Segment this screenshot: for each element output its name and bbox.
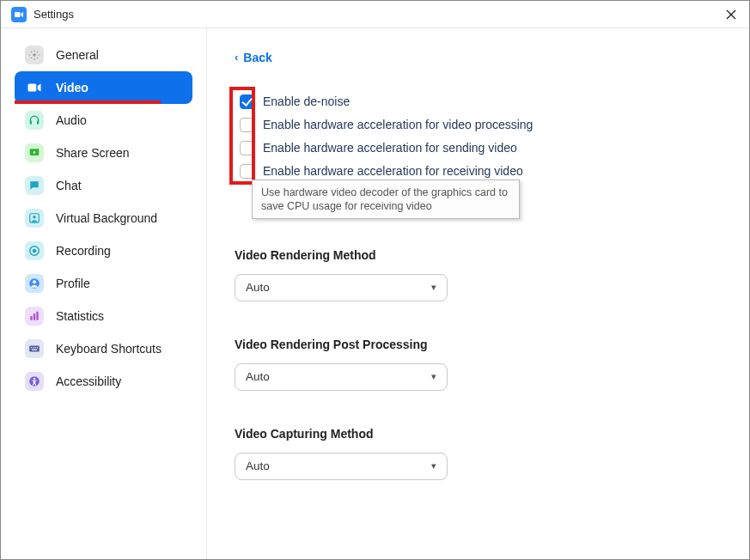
chevron-down-icon: ▾ <box>431 460 436 472</box>
checkbox-hw-receiving[interactable] <box>240 164 254 179</box>
titlebar: Settings <box>1 1 749 28</box>
checkbox-row-denoise: Enable de-noise <box>240 90 708 113</box>
sidebar-item-label: Audio <box>56 113 87 127</box>
sidebar-item-label: Chat <box>56 179 82 192</box>
checkbox-row-hw-processing: Enable hardware acceleration for video p… <box>240 113 708 137</box>
svg-rect-20 <box>32 350 37 350</box>
checkbox-hw-processing[interactable] <box>240 118 254 132</box>
svg-rect-17 <box>33 347 34 348</box>
select-value: Auto <box>246 370 270 383</box>
select-value: Auto <box>246 460 270 472</box>
virtual-background-icon <box>25 209 44 228</box>
select-post-processing[interactable]: Auto ▾ <box>235 363 448 391</box>
accessibility-icon <box>25 372 44 391</box>
sidebar-item-label: General <box>56 48 99 62</box>
sidebar-item-audio[interactable]: Audio <box>15 104 192 137</box>
chevron-down-icon: ▾ <box>431 282 436 293</box>
checkbox-label: Enable hardware acceleration for sending… <box>263 141 517 155</box>
sidebar-item-recording[interactable]: Recording <box>15 234 192 267</box>
svg-rect-3 <box>30 121 32 125</box>
recording-icon <box>25 241 44 260</box>
checkbox-row-hw-sending: Enable hardware acceleration for sending… <box>240 137 708 160</box>
content-pane: ‹ Back Enable de-noise Enable hardware a… <box>207 28 749 559</box>
sidebar-item-statistics[interactable]: Statistics <box>15 300 192 332</box>
sidebar-item-label: Keyboard Shortcuts <box>56 342 162 356</box>
section-label-post-processing: Video Rendering Post Processing <box>235 338 715 351</box>
keyboard-icon <box>25 339 44 358</box>
svg-rect-18 <box>35 347 36 348</box>
svg-point-1 <box>33 53 36 57</box>
svg-rect-19 <box>37 347 38 348</box>
window-title: Settings <box>34 8 74 21</box>
back-label: Back <box>243 51 271 64</box>
video-icon <box>25 78 44 97</box>
sidebar-item-accessibility[interactable]: Accessibility <box>15 365 192 398</box>
select-rendering-method[interactable]: Auto ▾ <box>235 274 448 301</box>
checkbox-label: Enable hardware acceleration for video p… <box>263 118 533 131</box>
gear-icon <box>25 46 44 64</box>
select-value: Auto <box>246 281 270 294</box>
sidebar-item-video[interactable]: Video <box>15 71 192 104</box>
svg-rect-2 <box>28 84 37 92</box>
checkbox-group: Enable de-noise Enable hardware accelera… <box>233 83 715 190</box>
app-icon <box>11 7 27 22</box>
chevron-down-icon: ▾ <box>431 371 436 382</box>
share-screen-icon <box>25 143 44 162</box>
statistics-icon <box>25 307 44 326</box>
back-button[interactable]: ‹ Back <box>235 51 272 64</box>
svg-rect-0 <box>15 12 21 17</box>
svg-rect-13 <box>34 313 35 320</box>
tooltip: Use hardware video decoder of the graphi… <box>252 180 520 220</box>
sidebar-item-chat[interactable]: Chat <box>15 169 192 202</box>
sidebar-item-label: Video <box>56 81 88 94</box>
chevron-left-icon: ‹ <box>235 51 238 64</box>
sidebar-item-virtual-background[interactable]: Virtual Background <box>15 202 192 234</box>
chat-icon <box>25 176 44 195</box>
checkbox-hw-sending[interactable] <box>240 141 254 155</box>
sidebar-item-label: Profile <box>56 277 90 290</box>
svg-rect-14 <box>36 312 38 320</box>
svg-point-22 <box>34 378 35 380</box>
sidebar-item-general[interactable]: General <box>15 39 192 71</box>
svg-rect-12 <box>30 316 32 320</box>
sidebar-item-share-screen[interactable]: Share Screen <box>15 137 192 169</box>
svg-rect-4 <box>37 121 39 125</box>
sidebar-item-label: Accessibility <box>56 374 121 388</box>
sidebar-item-label: Statistics <box>56 309 104 323</box>
svg-rect-16 <box>31 347 32 348</box>
section-label-capturing-method: Video Capturing Method <box>235 427 715 441</box>
select-capturing-method[interactable]: Auto ▾ <box>235 453 448 480</box>
svg-point-9 <box>33 249 37 253</box>
annotation-underline <box>15 100 161 104</box>
section-label-rendering-method: Video Rendering Method <box>235 248 715 262</box>
sidebar-item-label: Share Screen <box>56 146 130 160</box>
sidebar-item-label: Recording <box>56 244 111 258</box>
svg-rect-15 <box>29 346 40 352</box>
sidebar-item-profile[interactable]: Profile <box>15 267 192 300</box>
sidebar-item-label: Virtual Background <box>56 211 157 225</box>
checkbox-denoise[interactable] <box>240 94 254 109</box>
sidebar: General Video Audio Share Screen Chat <box>1 28 207 559</box>
sidebar-item-keyboard-shortcuts[interactable]: Keyboard Shortcuts <box>15 332 192 365</box>
svg-point-7 <box>33 216 36 219</box>
headphones-icon <box>25 111 44 130</box>
checkbox-label: Enable de-noise <box>263 94 350 108</box>
svg-point-11 <box>33 280 36 283</box>
profile-icon <box>25 274 44 293</box>
tooltip-text: Use hardware video decoder of the graphi… <box>261 186 508 212</box>
close-button[interactable] <box>723 7 739 22</box>
checkbox-label: Enable hardware acceleration for receivi… <box>263 164 523 178</box>
